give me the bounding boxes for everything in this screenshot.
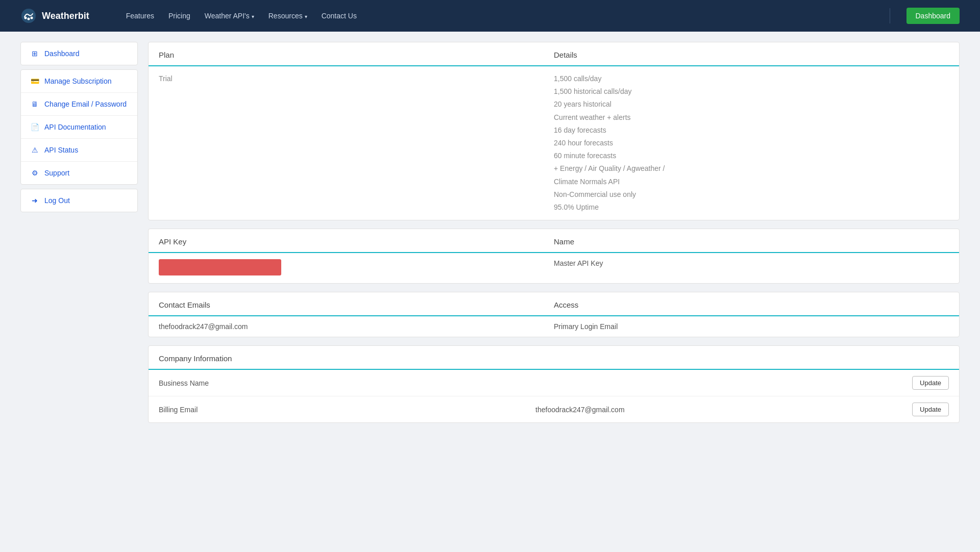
api-name-col-header: Name [554,237,949,246]
contact-email-access: Primary Login Email [554,322,949,331]
page-body: ⊞ Dashboard 💳 Manage Subscription 🖥 Chan… [0,32,980,552]
sidebar-item-dashboard[interactable]: ⊞ Dashboard [21,42,137,65]
nav-resources[interactable]: Resources [268,12,307,20]
support-icon: ⚙ [30,169,39,177]
sidebar-label-api-documentation: API Documentation [44,123,106,131]
sidebar: ⊞ Dashboard 💳 Manage Subscription 🖥 Chan… [20,42,138,542]
sidebar-label-support: Support [44,169,69,177]
sidebar-label-manage-subscription: Manage Subscription [44,77,112,85]
brand-name: Weatherbit [42,11,89,21]
billing-email-row: Billing Email thefoodrack247@gmail.com U… [149,396,959,422]
plan-detail-line-9: Climate Normals API [554,175,949,188]
plan-detail-line-7: 60 minute forecasts [554,149,949,162]
svg-point-3 [31,17,33,19]
sidebar-card-account: 💳 Manage Subscription 🖥 Change Email / P… [20,69,138,185]
plan-detail-line-6: 240 hour forecasts [554,137,949,149]
company-info-section-card: Company Information Business Name Update… [148,345,960,423]
plan-detail-line-1: 1,500 calls/day [554,72,949,85]
plan-section-card: Plan Details Trial 1,500 calls/day 1,500… [148,42,960,220]
billing-email-value: thefoodrack247@gmail.com [535,406,907,414]
sidebar-item-logout[interactable]: ➜ Log Out [21,189,137,212]
sidebar-item-api-status[interactable]: ⚠ API Status [21,139,137,161]
plan-detail-line-3: 20 years historical [554,98,949,111]
contact-email-address: thefoodrack247@gmail.com [159,322,554,331]
svg-point-0 [21,9,36,23]
plan-section-header: Plan Details [149,42,959,66]
resources-chevron [305,12,307,20]
sidebar-card-main: ⊞ Dashboard [20,42,138,65]
nav-weather-apis[interactable]: Weather API's [205,12,254,20]
plan-detail-line-11: 95.0% Uptime [554,201,949,214]
plan-detail-line-4: Current weather + alerts [554,111,949,124]
sidebar-item-manage-subscription[interactable]: 💳 Manage Subscription [21,70,137,92]
weatherbit-logo-icon [20,8,37,24]
plan-detail-line-10: Non-Commercial use only [554,188,949,201]
plan-name: Trial [159,72,554,83]
display-icon: 🖥 [30,100,39,108]
sidebar-item-change-email-password[interactable]: 🖥 Change Email / Password [21,93,137,115]
svg-point-2 [28,18,30,20]
business-name-update-button[interactable]: Update [912,376,949,390]
nav-links: Features Pricing Weather API's Resources… [126,12,873,20]
navbar: Weatherbit Features Pricing Weather API'… [0,0,980,32]
api-key-section-card: API Key Name Master API Key [148,229,960,284]
company-info-section-header: Company Information [149,346,959,370]
sidebar-card-logout: ➜ Log Out [20,189,138,212]
business-name-row: Business Name Update [149,370,959,396]
access-col-header: Access [554,300,949,309]
api-key-row: Master API Key [149,253,959,283]
plan-detail-line-2: 1,500 historical calls/day [554,85,949,98]
company-info-header-label: Company Information [159,354,949,363]
brand-logo[interactable]: Weatherbit [20,8,89,24]
weather-apis-chevron [252,12,254,20]
logout-icon: ➜ [30,196,39,205]
billing-email-update-button[interactable]: Update [912,403,949,416]
credit-card-icon: 💳 [30,77,39,85]
contact-emails-section-header: Contact Emails Access [149,292,959,316]
dashboard-button[interactable]: Dashboard [906,8,960,24]
api-key-bar[interactable] [159,259,281,275]
nav-divider [890,8,890,23]
main-content: Plan Details Trial 1,500 calls/day 1,500… [148,42,960,542]
dashboard-icon: ⊞ [30,49,39,58]
contact-emails-col-header: Contact Emails [159,300,554,309]
billing-email-label: Billing Email [159,406,530,414]
sidebar-label-change-email-password: Change Email / Password [44,100,127,108]
warning-icon: ⚠ [30,146,39,154]
sidebar-label-logout: Log Out [44,196,70,205]
plan-details: 1,500 calls/day 1,500 historical calls/d… [554,72,949,214]
contact-emails-section-card: Contact Emails Access thefoodrack247@gma… [148,292,960,337]
nav-contact-us[interactable]: Contact Us [322,12,357,20]
api-key-col-header: API Key [159,237,554,246]
sidebar-item-api-documentation[interactable]: 📄 API Documentation [21,116,137,138]
api-key-section-header: API Key Name [149,229,959,253]
nav-pricing[interactable]: Pricing [168,12,190,20]
plan-row: Trial 1,500 calls/day 1,500 historical c… [149,66,959,220]
plan-col-header: Plan [159,51,554,59]
api-key-name: Master API Key [554,259,949,267]
svg-point-1 [24,17,27,19]
document-icon: 📄 [30,123,39,131]
nav-features[interactable]: Features [126,12,154,20]
sidebar-label-dashboard: Dashboard [44,49,80,58]
plan-detail-line-5: 16 day forecasts [554,124,949,137]
contact-email-row: thefoodrack247@gmail.com Primary Login E… [149,316,959,337]
details-col-header: Details [554,51,949,59]
plan-detail-line-8: + Energy / Air Quality / Agweather / [554,162,949,175]
sidebar-item-support[interactable]: ⚙ Support [21,162,137,184]
business-name-label: Business Name [159,379,530,387]
sidebar-label-api-status: API Status [44,146,78,154]
